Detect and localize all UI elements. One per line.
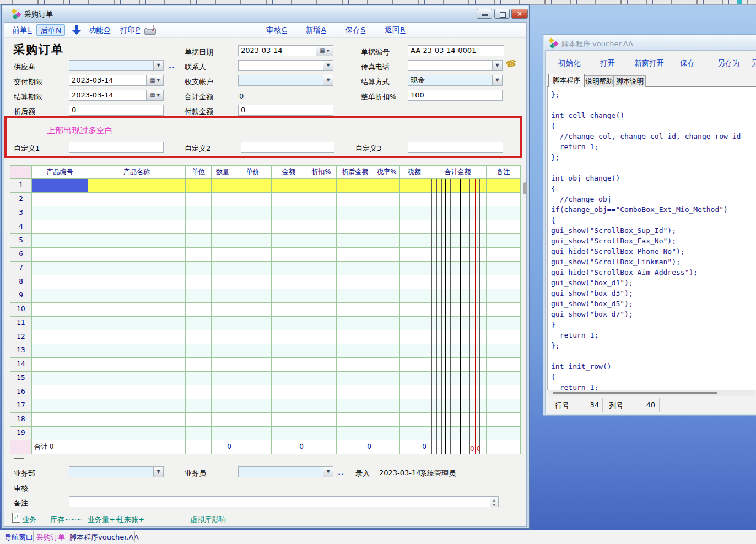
grid-cell[interactable] — [337, 275, 374, 289]
grid-cell[interactable] — [400, 385, 429, 399]
bill-no-field[interactable]: AA-23-03-14-0001 — [408, 45, 504, 56]
grid-cell[interactable] — [272, 179, 306, 193]
grid-cell[interactable] — [429, 303, 487, 317]
grid-cell[interactable] — [32, 234, 88, 248]
grid-cell[interactable] — [234, 220, 272, 234]
dropdown-arrow-icon[interactable]: ▼ — [492, 61, 502, 70]
grid-cell[interactable] — [429, 358, 487, 372]
whole-discount-field[interactable]: 100 — [408, 90, 503, 101]
grid-cell[interactable] — [32, 358, 88, 372]
grid-cell[interactable] — [400, 399, 429, 413]
grid-cell[interactable] — [88, 330, 186, 344]
grid-cell[interactable] — [306, 399, 337, 413]
grid-cell[interactable] — [337, 206, 374, 220]
grid-cell[interactable] — [487, 262, 521, 275]
grid-cell[interactable] — [186, 317, 212, 330]
grid-cell[interactable] — [186, 344, 212, 358]
grid-cell[interactable] — [212, 385, 234, 399]
grid-cell[interactable] — [400, 330, 429, 344]
spinner-icon[interactable]: ▲▼ — [490, 497, 498, 507]
grid-cell[interactable] — [429, 262, 487, 275]
grid-cell[interactable] — [429, 427, 487, 440]
grid-cell[interactable] — [429, 413, 487, 427]
column-header[interactable]: 产品编号 — [32, 165, 88, 179]
supplier-browse-button[interactable]: .. — [169, 62, 175, 70]
grid-cell[interactable] — [487, 179, 521, 193]
grid-cell[interactable] — [306, 220, 337, 234]
grid-cell[interactable] — [186, 193, 212, 206]
grid-cell[interactable] — [88, 317, 186, 330]
grid-cell[interactable] — [374, 303, 400, 317]
grid-cell[interactable] — [429, 179, 487, 193]
grid-cell[interactable] — [234, 399, 272, 413]
footer-link-1[interactable]: 库存~~~ — [50, 515, 83, 525]
grid-cell[interactable] — [212, 248, 234, 262]
grid-cell[interactable] — [272, 385, 306, 399]
grid-cell[interactable] — [429, 289, 487, 303]
grid-cell[interactable] — [32, 399, 88, 413]
grid-cell[interactable] — [272, 427, 306, 440]
table-row[interactable]: 19 — [10, 427, 521, 440]
grid-cell[interactable] — [212, 399, 234, 413]
grid-cell[interactable] — [306, 234, 337, 248]
grid-cell[interactable] — [32, 248, 88, 262]
grid-cell[interactable] — [88, 262, 186, 275]
grid-cell[interactable] — [212, 234, 234, 248]
column-header[interactable]: - — [10, 165, 32, 179]
grid-cell[interactable] — [212, 413, 234, 427]
grid-cell[interactable] — [487, 303, 521, 317]
grid-cell[interactable] — [212, 220, 234, 234]
grid-cell[interactable] — [337, 248, 374, 262]
grid-cell[interactable] — [88, 358, 186, 372]
grid-cell[interactable] — [306, 385, 337, 399]
grid-cell[interactable] — [32, 262, 88, 275]
grid-cell[interactable] — [337, 303, 374, 317]
grid-cell[interactable] — [429, 399, 487, 413]
minimize-button[interactable] — [477, 9, 492, 19]
script-tab-2[interactable]: 脚本说明 — [614, 75, 646, 87]
grid-cell[interactable] — [487, 358, 521, 372]
grid-cell[interactable] — [400, 413, 429, 427]
grid-cell[interactable] — [306, 262, 337, 275]
grid-cell[interactable] — [337, 413, 374, 427]
grid-cell[interactable] — [32, 344, 88, 358]
grid-cell[interactable] — [487, 372, 521, 385]
grid-cell[interactable] — [212, 303, 234, 317]
table-row[interactable]: 5 — [10, 234, 521, 248]
grid-cell[interactable] — [212, 289, 234, 303]
table-row[interactable]: 6 — [10, 248, 521, 262]
table-row[interactable]: 14 — [10, 358, 521, 372]
grid-cell[interactable] — [186, 330, 212, 344]
grid-cell[interactable] — [234, 344, 272, 358]
grid-cell[interactable] — [186, 275, 212, 289]
grid-cell[interactable] — [212, 275, 234, 289]
clerk-browse-button[interactable]: .. — [338, 468, 344, 476]
grid-cell[interactable] — [186, 385, 212, 399]
grid-cell[interactable] — [32, 385, 88, 399]
clerk-combo[interactable]: ▼ — [238, 466, 333, 477]
grid-cell[interactable] — [374, 427, 400, 440]
grid-cell[interactable] — [374, 330, 400, 344]
grid-cell[interactable] — [400, 317, 429, 330]
grid-cell[interactable] — [487, 413, 521, 427]
table-row[interactable]: 15 — [10, 372, 521, 385]
grid-cell[interactable] — [487, 248, 521, 262]
table-row[interactable]: 4 — [10, 220, 521, 234]
grid-cell[interactable] — [374, 262, 400, 275]
grid-cell[interactable] — [429, 330, 487, 344]
grid-cell[interactable] — [429, 193, 487, 206]
grid-cell[interactable] — [487, 317, 521, 330]
toolbar-button-2[interactable]: 功能O — [84, 24, 115, 36]
grid-cell[interactable] — [337, 358, 374, 372]
table-row[interactable]: 13 — [10, 344, 521, 358]
grid-cell[interactable] — [234, 358, 272, 372]
grid-cell[interactable] — [487, 385, 521, 399]
table-row[interactable]: 3 — [10, 206, 521, 220]
grid-cell[interactable] — [400, 193, 429, 206]
grid-cell[interactable] — [88, 372, 186, 385]
grid-cell[interactable] — [374, 206, 400, 220]
grid-cell[interactable] — [400, 427, 429, 440]
grid-cell[interactable] — [186, 372, 212, 385]
grid-cell[interactable] — [234, 372, 272, 385]
column-header[interactable]: 产品名称 — [88, 165, 186, 179]
